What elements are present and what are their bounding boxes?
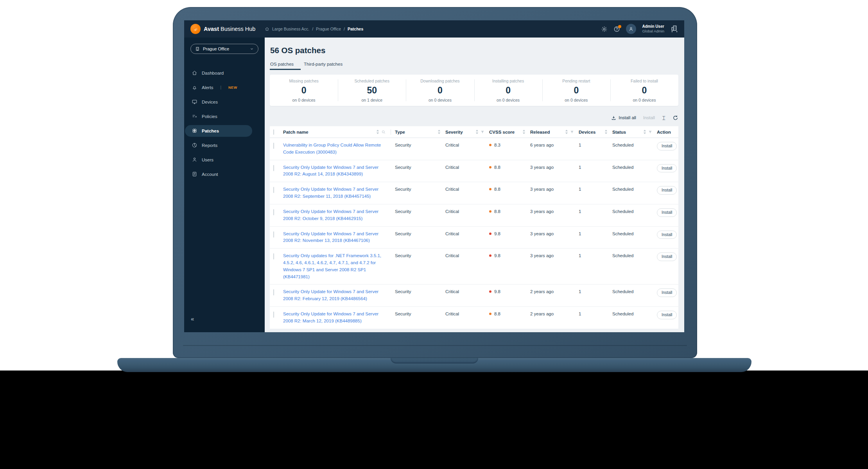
download-icon: [611, 115, 616, 120]
devices-cell: 1: [579, 231, 612, 238]
org-selector-label: Prague Office: [203, 47, 229, 51]
sort-icon[interactable]: [475, 130, 479, 134]
app-topbar: AvastBusiness Hub Large Business Acc. / …: [184, 20, 684, 38]
breadcrumb-item[interactable]: Prague Office: [316, 27, 341, 31]
devices-cell: 1: [579, 186, 612, 193]
stat-label: Failed to install: [631, 79, 658, 83]
severity-cell: Critical: [445, 231, 489, 238]
stat-downloading-patches: Downloading patches 0 on 0 devices: [406, 75, 474, 106]
monitor-icon: [192, 99, 197, 105]
sidebar-item-dashboard[interactable]: Dashboard: [184, 66, 265, 80]
user-role: Global Admin: [642, 29, 664, 33]
sort-icon[interactable]: [438, 130, 441, 134]
install-row-button[interactable]: Install: [657, 288, 677, 297]
tab-label: OS patches: [270, 62, 294, 66]
sidebar-item-label: Patches: [202, 129, 219, 133]
breadcrumb-separator: /: [344, 27, 345, 31]
gear-icon[interactable]: [601, 26, 608, 32]
patch-name-link[interactable]: Security Only updates for .NET Framework…: [283, 252, 395, 280]
type-cell: Security: [395, 186, 445, 193]
install-row-button[interactable]: Install: [657, 252, 677, 261]
column-header-devices[interactable]: Devices: [579, 130, 595, 134]
patch-name-link[interactable]: Security Only Update for Windows 7 and S…: [283, 311, 395, 325]
sort-icon[interactable]: [604, 130, 608, 134]
column-header-patch-name[interactable]: Patch name: [283, 130, 308, 134]
sidebar-item-patches[interactable]: Patches: [185, 125, 252, 137]
tab-os-patches[interactable]: OS patches: [270, 62, 294, 70]
install-row-button[interactable]: Install: [657, 231, 677, 239]
home-icon[interactable]: [265, 27, 269, 31]
filter-icon[interactable]: [570, 130, 574, 134]
install-row-button[interactable]: Install: [657, 142, 677, 150]
install-all-button[interactable]: Install all: [611, 115, 636, 120]
table-row: Security Only Update for Windows 7 and S…: [270, 307, 678, 329]
sidebar-item-users[interactable]: Users: [184, 152, 265, 167]
stat-sub: on 0 devices: [497, 98, 520, 102]
row-height-icon[interactable]: ⌶: [662, 115, 665, 121]
install-button-disabled[interactable]: Install: [643, 115, 655, 120]
row-checkbox[interactable]: [273, 253, 274, 260]
sort-icon[interactable]: [522, 130, 525, 134]
cvss-cell: 8.8: [489, 186, 530, 193]
column-header-cvss[interactable]: CVSS score: [489, 130, 515, 134]
sidebar-item-account[interactable]: Account: [184, 167, 265, 181]
sidebar-item-alerts[interactable]: Alerts | NEW: [184, 80, 265, 95]
column-header-type[interactable]: Type: [395, 130, 405, 134]
help-icon[interactable]: [613, 26, 620, 32]
sidebar-item-devices[interactable]: Devices: [184, 95, 265, 109]
devices-cell: 1: [579, 142, 612, 149]
sort-icon[interactable]: [643, 130, 646, 134]
stat-sub: on 0 devices: [565, 98, 588, 102]
bell-icon: [192, 84, 197, 90]
person-icon: [628, 26, 634, 32]
released-cell: 3 years ago: [530, 186, 579, 193]
patch-name-link[interactable]: Security Only Update for Windows 7 and S…: [283, 231, 395, 245]
sidebar-item-policies[interactable]: Policies: [184, 109, 265, 124]
patch-name-link[interactable]: Security Only Update for Windows 7 and S…: [283, 186, 395, 200]
patch-name-link[interactable]: Vulnerability in Group Policy Could Allo…: [283, 142, 395, 156]
row-checkbox[interactable]: [273, 187, 274, 193]
sort-icon[interactable]: [376, 130, 379, 134]
row-checkbox[interactable]: [273, 209, 274, 215]
badge-divider: |: [220, 85, 221, 90]
patches-icon: [192, 128, 197, 134]
install-row-button[interactable]: Install: [657, 164, 677, 173]
select-all-checkbox[interactable]: [273, 129, 274, 135]
sidebar-collapse-button[interactable]: «: [191, 315, 194, 322]
status-cell: Scheduled: [612, 142, 657, 149]
sort-icon[interactable]: [565, 130, 568, 134]
install-row-button[interactable]: Install: [657, 186, 677, 195]
status-cell: Scheduled: [612, 164, 657, 171]
account-icon: [192, 171, 197, 177]
sidebar: Prague Office Dashboard Alerts | NEW: [184, 38, 265, 332]
severity-cell: Critical: [445, 142, 489, 149]
tab-third-party-patches[interactable]: Third-party patches: [304, 62, 343, 70]
column-header-released[interactable]: Released: [530, 130, 550, 134]
install-row-button[interactable]: Install: [657, 311, 677, 319]
org-selector[interactable]: Prague Office: [190, 44, 258, 54]
user-block[interactable]: Admin User Global Admin: [642, 24, 664, 33]
column-header-severity[interactable]: Severity: [445, 130, 463, 134]
install-row-button[interactable]: Install: [657, 208, 677, 217]
breadcrumb: Large Business Acc. / Prague Office / Pa…: [265, 27, 363, 31]
column-header-status[interactable]: Status: [612, 130, 626, 134]
row-checkbox[interactable]: [273, 165, 274, 171]
patch-name-link[interactable]: Security Only Update for Windows 7 and S…: [283, 164, 395, 178]
row-checkbox[interactable]: [273, 289, 274, 295]
avatar[interactable]: [626, 24, 636, 34]
devices-cell: 1: [579, 311, 612, 318]
row-checkbox[interactable]: [273, 143, 274, 149]
patch-name-link[interactable]: Security Only Update for Windows 7 and S…: [283, 208, 395, 222]
breadcrumb-item[interactable]: Large Business Acc.: [272, 27, 309, 31]
filter-icon[interactable]: [648, 130, 652, 134]
refresh-icon[interactable]: [673, 115, 678, 121]
row-checkbox[interactable]: [273, 311, 274, 318]
user-name: Admin User: [642, 24, 664, 29]
sidebar-item-reports[interactable]: Reports: [184, 138, 265, 152]
patch-name-link[interactable]: Security Only Update for Windows 7 and S…: [283, 288, 395, 303]
filter-icon[interactable]: [481, 130, 484, 134]
search-icon[interactable]: [381, 130, 386, 134]
cvss-dot: [489, 254, 491, 257]
org-switcher-icon[interactable]: [670, 25, 679, 33]
row-checkbox[interactable]: [273, 231, 274, 238]
